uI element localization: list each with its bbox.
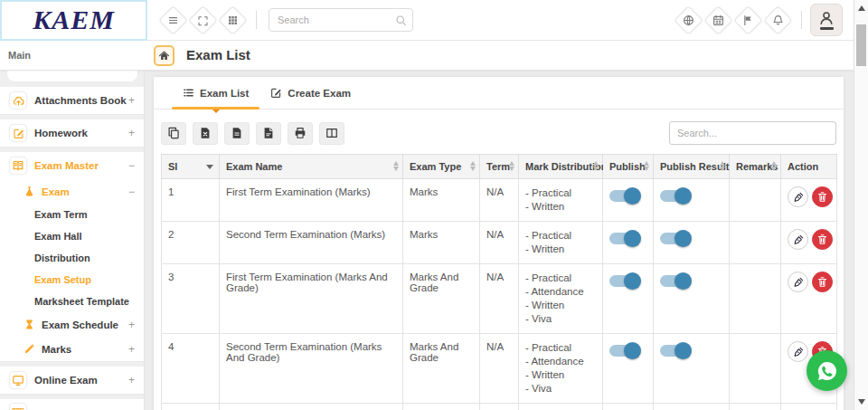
mark-distribution-line: - Attendance bbox=[525, 285, 596, 299]
expander-icon[interactable]: + bbox=[128, 343, 135, 356]
publish-toggle[interactable] bbox=[609, 233, 639, 244]
scrollbar-thumb[interactable] bbox=[856, 24, 866, 66]
tab-create-exam[interactable]: Create Exam bbox=[259, 77, 362, 109]
expander-icon[interactable]: + bbox=[128, 374, 135, 386]
column-header-remarks[interactable]: Remarks bbox=[730, 155, 781, 179]
calendar-button[interactable] bbox=[703, 5, 733, 35]
bell-button[interactable] bbox=[763, 5, 793, 35]
sidebar-item-exam-hall[interactable]: Exam Hall bbox=[0, 225, 144, 247]
tab-bar: Exam ListCreate Exam bbox=[154, 77, 844, 110]
global-search-input[interactable] bbox=[269, 8, 413, 32]
scrollbar-down-arrow[interactable] bbox=[858, 399, 865, 405]
mark-distribution-line: - Viva bbox=[525, 312, 596, 326]
publish-result-toggle[interactable] bbox=[660, 345, 690, 357]
column-header-sl[interactable]: Sl bbox=[162, 155, 220, 179]
cell-exam-name: First Term Examination (Marks) bbox=[220, 179, 403, 222]
cell-term: N/A bbox=[480, 179, 519, 222]
publish-result-toggle[interactable] bbox=[660, 233, 690, 244]
column-header-mark-distribution[interactable]: Mark Distribution bbox=[519, 155, 603, 179]
app-logo[interactable]: KAEM bbox=[0, 0, 147, 41]
export-excel-button[interactable] bbox=[193, 122, 218, 145]
export-pdf-button[interactable] bbox=[256, 122, 281, 145]
table-search-input[interactable] bbox=[669, 121, 836, 145]
globe-button[interactable] bbox=[674, 5, 703, 35]
expander-icon[interactable]: − bbox=[128, 186, 135, 198]
edit-button[interactable] bbox=[788, 341, 808, 362]
sidebar-item-label: Exam Schedule bbox=[42, 319, 118, 330]
mark-distribution-line: - Written bbox=[525, 200, 596, 214]
mark-distribution-line: - Attendance bbox=[525, 355, 596, 368]
fullscreen-button[interactable] bbox=[188, 5, 218, 35]
copy-button[interactable] bbox=[161, 122, 186, 145]
pencil-square-icon bbox=[13, 128, 24, 139]
expander-icon[interactable]: + bbox=[128, 127, 135, 139]
book-icon bbox=[12, 159, 24, 172]
sidebar-item-online-exam[interactable]: Online Exam+ bbox=[0, 367, 144, 394]
print-button[interactable] bbox=[288, 122, 313, 145]
flag-button[interactable] bbox=[733, 5, 763, 35]
hamburger-icon bbox=[167, 14, 179, 26]
monitor-icon bbox=[12, 374, 24, 386]
column-header-publish-result[interactable]: Publish Result bbox=[654, 155, 730, 179]
edit-button[interactable] bbox=[788, 229, 808, 250]
delete-button[interactable] bbox=[812, 186, 833, 207]
sidebar-item-exam[interactable]: Exam− bbox=[0, 179, 144, 204]
pen-nib-icon bbox=[793, 192, 804, 203]
scrollbar-up-arrow[interactable] bbox=[858, 5, 865, 11]
publish-result-toggle[interactable] bbox=[660, 190, 690, 202]
sidebar-item-marks[interactable]: Marks+ bbox=[0, 337, 144, 361]
expander-icon[interactable]: + bbox=[128, 319, 135, 331]
tab-exam-list[interactable]: Exam List bbox=[172, 77, 259, 109]
edit-button[interactable] bbox=[788, 186, 808, 207]
sidebar-item-label: Exam bbox=[42, 186, 70, 197]
column-header-action: Action bbox=[781, 155, 837, 179]
publish-toggle[interactable] bbox=[609, 190, 639, 202]
list-icon bbox=[183, 87, 194, 99]
home-button[interactable] bbox=[154, 45, 175, 66]
exam-table: SlExam NameExam TypeTermMark Distributio… bbox=[161, 154, 837, 410]
edit-button[interactable] bbox=[788, 272, 808, 292]
print-icon bbox=[294, 127, 307, 139]
cell-sl: 5 bbox=[162, 404, 220, 410]
sidebar-item-attachments-book[interactable]: Attachments Book+ bbox=[0, 87, 144, 114]
sidebar-item-homework[interactable]: Homework+ bbox=[0, 119, 144, 147]
publish-toggle[interactable] bbox=[609, 345, 639, 357]
sidebar-item-marksheet-template[interactable]: Marksheet Template bbox=[0, 291, 144, 312]
caret-down-icon bbox=[206, 165, 213, 169]
export-csv-button[interactable] bbox=[224, 122, 250, 145]
column-label: Exam Name bbox=[226, 161, 282, 172]
home-icon bbox=[158, 50, 170, 62]
delete-button[interactable] bbox=[812, 229, 833, 250]
column-header-exam-type[interactable]: Exam Type bbox=[403, 155, 480, 179]
column-header-term[interactable]: Term bbox=[480, 155, 519, 179]
sidebar-item-exam-schedule[interactable]: Exam Schedule+ bbox=[0, 312, 144, 337]
cell-publish-result bbox=[654, 334, 730, 404]
sidebar-item-exam-setup[interactable]: Exam Setup bbox=[0, 269, 144, 291]
page-title: Exam List bbox=[186, 47, 250, 62]
hamburger-button[interactable] bbox=[158, 5, 188, 35]
sort-icon bbox=[720, 161, 725, 171]
columns-button[interactable] bbox=[319, 122, 344, 145]
publish-toggle[interactable] bbox=[609, 275, 639, 287]
grid-button[interactable] bbox=[218, 5, 248, 35]
sidebar-item-exam-term[interactable]: Exam Term bbox=[0, 204, 144, 225]
delete-button[interactable] bbox=[812, 272, 833, 292]
sort-icon bbox=[509, 161, 514, 171]
whatsapp-button[interactable] bbox=[807, 350, 847, 391]
sort-icon bbox=[593, 161, 599, 171]
flag-icon bbox=[742, 14, 754, 26]
mark-distribution-line: - Viva bbox=[525, 382, 596, 396]
expander-icon[interactable]: + bbox=[128, 94, 135, 107]
page-scrollbar bbox=[854, 0, 868, 410]
book-icon-box bbox=[9, 157, 27, 175]
expander-icon[interactable]: − bbox=[128, 159, 135, 172]
sidebar-item-distribution[interactable]: Distribution bbox=[0, 247, 144, 269]
column-header-exam-name[interactable]: Exam Name bbox=[220, 155, 403, 179]
user-menu-button[interactable] bbox=[810, 4, 843, 36]
sidebar-item-exam-master[interactable]: Exam Master− bbox=[0, 152, 144, 179]
cell-publish-result bbox=[654, 264, 730, 334]
file-pdf-icon bbox=[262, 127, 275, 139]
column-header-publish[interactable]: Publish bbox=[603, 155, 654, 179]
file-excel-icon bbox=[199, 127, 212, 139]
publish-result-toggle[interactable] bbox=[660, 275, 690, 287]
